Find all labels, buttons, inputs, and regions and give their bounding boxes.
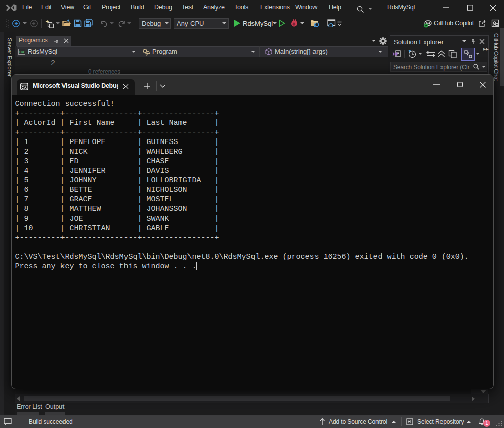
svg-text:C#: C# xyxy=(19,50,25,54)
